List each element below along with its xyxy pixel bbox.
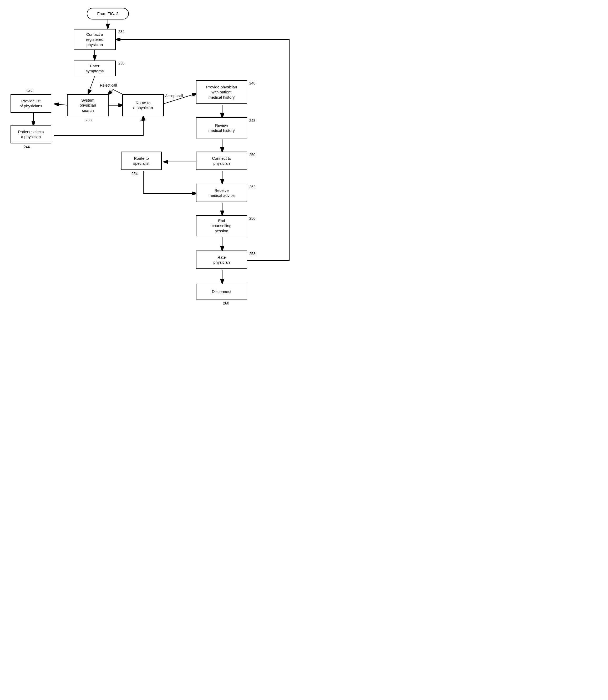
label-accept-call: Accept call bbox=[165, 94, 183, 98]
label-reject-call: Reject call bbox=[100, 83, 117, 87]
node-route-specialist: Route tospecialist bbox=[121, 152, 162, 170]
label-244: 244 bbox=[24, 145, 30, 149]
node-from-fig2: From FIG. 2 bbox=[87, 8, 129, 19]
node-provide-list: Provide listof physicians bbox=[11, 94, 51, 113]
node-rate-physician: Ratephysician bbox=[196, 251, 247, 269]
label-246: 246 bbox=[249, 81, 255, 85]
node-route-physician: Route toa physician bbox=[122, 94, 164, 116]
node-end-session: Endcounsellingsession bbox=[196, 215, 247, 236]
label-248: 248 bbox=[249, 118, 255, 123]
svg-line-5 bbox=[54, 104, 69, 105]
flowchart-diagram: From FIG. 2 Contact aregisteredphysician… bbox=[0, 0, 304, 350]
node-contact-physician: Contact aregisteredphysician bbox=[74, 29, 116, 50]
label-252: 252 bbox=[249, 185, 255, 189]
label-234: 234 bbox=[118, 30, 125, 34]
node-review-history: Reviewmedical history bbox=[196, 117, 247, 139]
node-connect-physician: Connect tophysician bbox=[196, 152, 247, 170]
label-250: 250 bbox=[249, 153, 255, 157]
node-enter-symptoms: Entersymptoms bbox=[74, 60, 116, 76]
label-238: 238 bbox=[86, 118, 92, 122]
label-260: 260 bbox=[223, 301, 229, 305]
node-receive-advice: Receivemedical advice bbox=[196, 184, 247, 202]
node-provide-history: Provide physicianwith patientmedical his… bbox=[196, 80, 247, 104]
node-patient-selects: Patient selectsa physician bbox=[11, 125, 51, 143]
label-242: 242 bbox=[26, 89, 32, 93]
svg-line-3 bbox=[88, 76, 95, 94]
label-254: 254 bbox=[132, 171, 137, 176]
label-256: 256 bbox=[249, 216, 255, 221]
label-258: 258 bbox=[249, 252, 255, 256]
node-disconnect: Disconnect bbox=[196, 284, 247, 299]
label-240: 240 bbox=[139, 118, 146, 122]
arrows-svg bbox=[0, 0, 304, 350]
label-236: 236 bbox=[118, 61, 125, 65]
node-system-search: Systemphysiciansearch bbox=[67, 94, 109, 116]
